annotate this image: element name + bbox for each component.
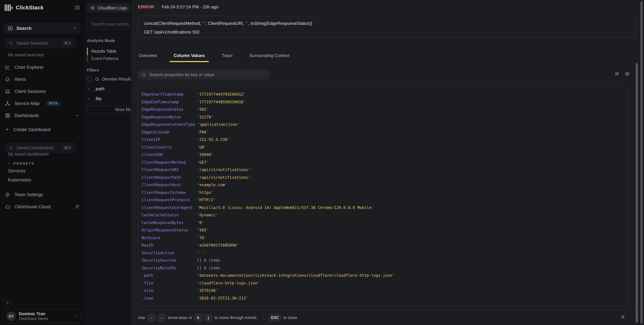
properties-search-field[interactable] <box>149 72 266 77</box>
property-row[interactable]: _file"cloudflare-http-logs.json" <box>142 279 625 287</box>
layers-icon <box>90 5 95 10</box>
mode-results-table[interactable]: Results Table <box>91 48 116 55</box>
property-key: ClientRequestScheme <box>142 190 197 195</box>
denoise-label[interactable]: Denoise Results <box>102 77 130 81</box>
property-row[interactable]: ClientIP"212.92.4.236" <box>142 136 625 143</box>
property-key: CacheResponseBytes <box>142 220 197 225</box>
close-icon[interactable] <box>620 314 626 320</box>
denoise-icon <box>95 77 99 81</box>
sidebar-item-label: ClickHouse Cloud <box>14 204 50 209</box>
property-row[interactable]: CacheResponseBytes"0" <box>142 219 625 226</box>
saved-searches-field[interactable] <box>16 40 60 46</box>
property-row[interactable]: ClientASN"20940" <box>142 151 625 158</box>
property-row[interactable]: ClientRequestScheme"https" <box>142 189 625 196</box>
tab-overview[interactable]: Overview <box>134 51 161 62</box>
property-key: SecuritySources <box>142 258 197 263</box>
footer-move-text: to move through events <box>214 315 257 320</box>
presets-toggle[interactable]: PRESETS <box>7 161 34 165</box>
preset-services[interactable]: Services <box>8 168 26 173</box>
user-name: Dominic Tran <box>19 312 70 317</box>
user-org: ClickStack Demo <box>19 317 70 321</box>
property-row[interactable]: EdgeResponseStatus"502" <box>142 106 625 113</box>
sidebar-item-search[interactable]: Search <box>3 23 81 33</box>
drawer-tabs: Overview Column Values Trace Surrounding… <box>134 51 294 62</box>
property-key: SecurityAction <box>142 251 197 255</box>
plus-icon <box>5 127 10 132</box>
sidebar-item-label: Client Sessions <box>14 89 46 94</box>
property-row[interactable]: OriginResponseStatus"503" <box>142 226 625 234</box>
filter-group-file[interactable]: _file <box>87 97 102 101</box>
properties-search-input[interactable] <box>138 70 270 79</box>
property-row[interactable]: EdgeEndTimestamp"1771977448590550016" <box>142 98 625 106</box>
filters-heading: Filters <box>87 68 99 72</box>
event-search-field[interactable] <box>90 21 130 27</box>
property-row[interactable]: RayID"a1b6f601f168509d" <box>142 242 625 249</box>
property-row[interactable]: ClientRequestPath"/api/v1/notifications" <box>142 174 625 181</box>
property-row[interactable]: ClientCountry"GB" <box>142 143 625 151</box>
tab-surrounding-context[interactable]: Surrounding Context <box>245 51 294 62</box>
property-row[interactable]: ClientRequestMethod"GET" <box>142 158 625 166</box>
property-row[interactable]: BotScore"76" <box>142 234 625 242</box>
sidebar-item-label: Team Settings <box>14 192 43 197</box>
gear-icon[interactable] <box>624 71 630 76</box>
property-row[interactable]: EdgeStartTimestamp"1771977444703206912" <box>142 91 625 98</box>
event-search-input[interactable] <box>87 18 130 30</box>
sidebar-item-clickhouse-cloud[interactable]: ClickHouse Cloud <box>5 203 80 211</box>
filter-group-path[interactable]: _path <box>87 86 104 91</box>
saved-dashboards-field[interactable] <box>16 145 60 151</box>
property-key: ClientIP <box>142 137 197 142</box>
property-value: "example.com" <box>197 183 227 187</box>
create-dashboard-label: Create Dashboard <box>14 127 50 132</box>
sidebar-item-alerts[interactable]: Alerts <box>5 75 80 83</box>
mode-indicator-bar <box>87 48 88 62</box>
property-key: _path <box>142 273 197 278</box>
event-result: GET /api/v1/notifications 502 <box>144 28 630 36</box>
property-row[interactable]: SecurityRuleIDs[] 0 items <box>142 264 625 272</box>
sidebar-item-team-settings[interactable]: Team Settings <box>5 191 80 199</box>
window-scrollbar[interactable] <box>640 1 643 324</box>
property-key: EdgeResponseContentType <box>142 122 198 127</box>
property-row[interactable]: EdgeResponseContentType"application/json… <box>142 121 625 128</box>
property-row[interactable]: SecurityAction" " <box>142 249 625 257</box>
sidebar-item-chart-explorer[interactable]: Chart Explorer <box>5 63 80 71</box>
footer-divider <box>263 314 263 321</box>
tab-column-values[interactable]: Column Values <box>170 51 209 62</box>
property-value: "HTTP/2" <box>197 198 216 202</box>
property-value: "GB" <box>197 145 206 150</box>
property-row[interactable]: EdgeResponseBytes"31278" <box>142 113 625 121</box>
more-filters-button[interactable]: More filters <box>87 106 130 114</box>
property-row[interactable]: ClientRequestURI"/api/v1/notifications" <box>142 166 625 174</box>
property-value: [] 0 items <box>197 258 220 263</box>
saved-dashboards-input[interactable]: ⌘ K <box>5 143 76 153</box>
denoise-checkbox[interactable] <box>87 76 92 81</box>
property-row[interactable]: SecuritySources[] 0 items <box>142 257 625 264</box>
property-row[interactable]: _size"3579146" <box>142 287 625 294</box>
help-button[interactable]: ? <box>3 299 12 308</box>
source-selector[interactable]: Cloudflare Logs <box>87 3 130 12</box>
property-row[interactable]: ClientRequestHost"example.com" <box>142 181 625 189</box>
property-row[interactable]: _time"2026-02-25T21:36:21Z" <box>142 294 625 302</box>
property-key: ClientRequestURI <box>142 168 197 172</box>
drawer-scrollbar[interactable] <box>636 63 638 323</box>
property-key: _time <box>142 296 197 301</box>
mode-event-patterns[interactable]: Event Patterns <box>91 55 119 62</box>
create-dashboard-button[interactable]: Create Dashboard <box>5 125 80 133</box>
tab-trace[interactable]: Trace <box>218 51 237 62</box>
sidebar-collapse-icon[interactable] <box>74 5 80 10</box>
sidebar-item-dashboards[interactable]: Dashboards <box>5 111 80 119</box>
property-row[interactable]: ClientRequestProtocol"HTTP/2" <box>142 196 625 204</box>
severity-badge: ERROR <box>138 4 154 9</box>
property-value: "212.92.4.236" <box>197 137 230 142</box>
user-card[interactable]: DT Dominic Tran ClickStack Demo <box>3 309 82 323</box>
footer-or-text: arrow keys or <box>168 315 192 320</box>
sidebar-item-client-sessions[interactable]: Client Sessions <box>5 87 80 95</box>
drawer-footer: Use ← → arrow keys or k j to move throug… <box>131 310 644 325</box>
preset-kubernetes[interactable]: Kubernetes <box>8 177 31 182</box>
sidebar-item-service-map[interactable]: Service Map BETA <box>5 99 80 107</box>
property-row[interactable]: EdgeColoCode"FRA" <box>142 128 625 136</box>
property-row[interactable]: CacheCacheStatus"dynamic" <box>142 211 625 219</box>
saved-searches-input[interactable]: ⌘ K <box>5 38 76 48</box>
wrap-lines-icon[interactable] <box>614 71 620 76</box>
property-row[interactable]: _path"datasets-documentation/clickstack-… <box>142 272 625 279</box>
property-row[interactable]: ClientRequestUserAgent"Mozilla/5.0 (Linu… <box>142 204 625 211</box>
